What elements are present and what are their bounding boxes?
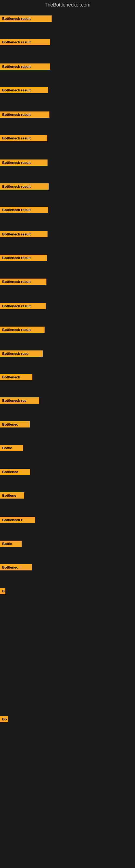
bottleneck-result-item-5[interactable]: Bottleneck result <box>0 112 49 118</box>
bottleneck-result-item-1[interactable]: Bottleneck result <box>0 16 52 22</box>
bottleneck-result-item-25[interactable]: B <box>0 588 5 594</box>
bottleneck-result-item-11[interactable]: Bottleneck result <box>0 255 47 261</box>
bottleneck-result-item-9[interactable]: Bottleneck result <box>0 207 48 213</box>
bottleneck-result-item-23[interactable]: Bottle <box>0 540 21 547</box>
bottleneck-result-item-6[interactable]: Bottleneck result <box>0 135 47 141</box>
bottleneck-result-item-20[interactable]: Bottlenec <box>0 469 30 475</box>
bottleneck-result-item-13[interactable]: Bottleneck result <box>0 303 46 309</box>
bottleneck-result-item-26[interactable]: Bo <box>0 716 8 722</box>
bottleneck-result-item-4[interactable]: Bottleneck result <box>0 87 48 93</box>
bottleneck-result-item-8[interactable]: Bottleneck result <box>0 183 49 190</box>
bottleneck-result-item-2[interactable]: Bottleneck result <box>0 39 50 45</box>
bottleneck-result-item-3[interactable]: Bottleneck result <box>0 63 50 70</box>
bottleneck-result-item-17[interactable]: Bottleneck res <box>0 397 39 404</box>
bottleneck-result-item-12[interactable]: Bottleneck result <box>0 279 46 285</box>
bottleneck-result-item-18[interactable]: Bottlenec <box>0 421 30 428</box>
bottleneck-result-item-24[interactable]: Bottlenec <box>0 564 32 570</box>
bottleneck-result-item-21[interactable]: Bottlene <box>0 492 24 499</box>
bottleneck-result-item-19[interactable]: Bottle <box>0 445 23 451</box>
bottleneck-result-item-14[interactable]: Bottleneck result <box>0 327 45 333</box>
bottleneck-result-item-10[interactable]: Bottleneck result <box>0 231 48 237</box>
bottleneck-result-item-7[interactable]: Bottleneck result <box>0 159 48 166</box>
bottleneck-result-item-16[interactable]: Bottleneck <box>0 374 32 380</box>
bottleneck-result-item-15[interactable]: Bottleneck resu <box>0 350 43 357</box>
site-title: TheBottlenecker.com <box>0 0 135 9</box>
bottleneck-result-item-22[interactable]: Bottleneck r <box>0 517 35 523</box>
